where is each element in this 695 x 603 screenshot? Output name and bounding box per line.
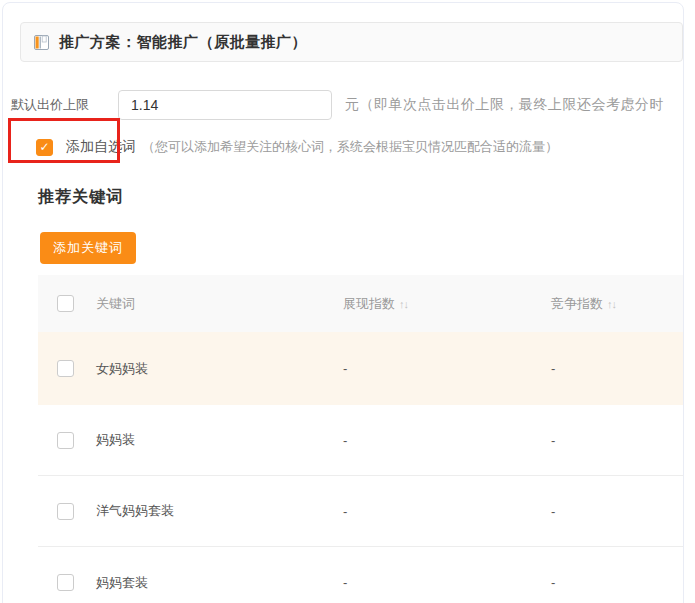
plan-header: 推广方案：智能推广（原批量推广）	[20, 22, 683, 62]
column-header-competition-label: 竞争指数	[551, 296, 603, 311]
competition-cell: -	[551, 433, 684, 448]
keywords-table-body: 女妈妈装 - - 妈妈装 - - 洋气妈妈套装 - -	[38, 332, 684, 603]
plan-title: 推广方案：智能推广（原批量推广）	[59, 33, 307, 52]
row-checkbox[interactable]	[57, 360, 74, 377]
table-row: 洋气妈妈套装 - -	[38, 476, 684, 547]
keyword-cell: 女妈妈装	[96, 360, 343, 378]
bid-cap-input[interactable]	[118, 90, 332, 120]
bid-cap-row: 默认出价上限 元（即单次点击出价上限，最终上限还会考虑分时	[11, 90, 683, 120]
keywords-table: 关键词 展现指数↑↓ 竞争指数↑↓ 女妈妈装 - - 妈妈装	[38, 275, 684, 603]
recommended-keywords-heading: 推荐关键词	[38, 187, 683, 208]
impression-cell: -	[343, 504, 551, 519]
bid-cap-note: 元（即单次点击出价上限，最终上限还会考虑分时	[345, 96, 664, 114]
column-header-impression-label: 展现指数	[343, 296, 395, 311]
impression-cell: -	[343, 361, 551, 376]
bid-cap-label: 默认出价上限	[11, 96, 118, 114]
keyword-cell: 妈妈套装	[96, 574, 343, 592]
table-row: 妈妈套装 - -	[38, 547, 684, 603]
competition-cell: -	[551, 504, 684, 519]
checkmark-icon: ✓	[39, 141, 49, 153]
keywords-table-header: 关键词 展现指数↑↓ 竞争指数↑↓	[38, 275, 684, 332]
sort-icon[interactable]: ↑↓	[607, 298, 616, 310]
select-all-checkbox[interactable]	[57, 295, 74, 312]
sort-icon[interactable]: ↑↓	[399, 298, 408, 310]
row-checkbox[interactable]	[57, 432, 74, 449]
promotion-panel: 推广方案：智能推广（原批量推广） 默认出价上限 元（即单次点击出价上限，最终上限…	[2, 2, 684, 603]
row-checkbox[interactable]	[57, 503, 74, 520]
add-keywords-button[interactable]: 添加关键词	[40, 232, 136, 264]
custom-words-label: 添加自选词	[66, 138, 136, 156]
table-row: 女妈妈装 - -	[38, 332, 684, 405]
keyword-cell: 洋气妈妈套装	[96, 502, 343, 520]
impression-cell: -	[343, 575, 551, 590]
custom-words-row: ✓ 添加自选词 （您可以添加希望关注的核心词，系统会根据宝贝情况匹配合适的流量）	[36, 138, 683, 156]
impression-cell: -	[343, 433, 551, 448]
column-header-keyword: 关键词	[96, 295, 343, 313]
column-header-competition: 竞争指数↑↓	[551, 295, 684, 313]
table-row: 妈妈装 - -	[38, 405, 684, 476]
row-checkbox[interactable]	[57, 574, 74, 591]
competition-cell: -	[551, 575, 684, 590]
competition-cell: -	[551, 361, 684, 376]
custom-words-checkbox[interactable]: ✓	[36, 139, 53, 156]
column-header-impression: 展现指数↑↓	[343, 295, 551, 313]
custom-words-note: （您可以添加希望关注的核心词，系统会根据宝贝情况匹配合适的流量）	[142, 138, 558, 156]
keyword-cell: 妈妈装	[96, 431, 343, 449]
plan-bookmark-icon	[34, 35, 49, 50]
